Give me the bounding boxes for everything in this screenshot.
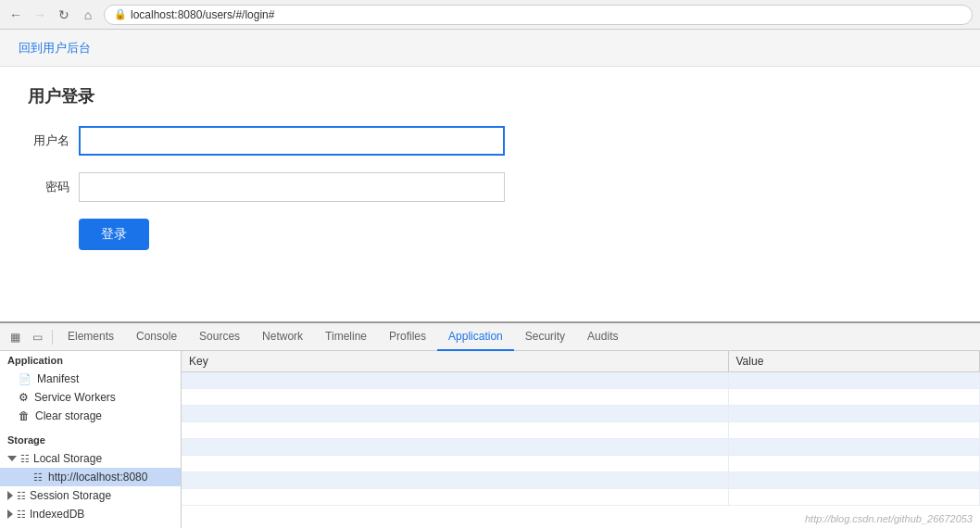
devtools-sidebar: Application 📄 Manifest ⚙ Service Workers…	[0, 351, 182, 528]
refresh-button[interactable]: ↻	[56, 6, 72, 23]
login-title: 用户登录	[28, 85, 952, 107]
storage-table: Key Value	[182, 351, 980, 506]
tab-console[interactable]: Console	[125, 323, 188, 351]
tab-security[interactable]: Security	[514, 323, 576, 351]
localhost-grid-icon: ☷	[33, 471, 43, 484]
page-content: 回到用户后台 用户登录 用户名 密码 登录	[0, 30, 980, 321]
session-storage-grid-icon: ☷	[17, 490, 26, 502]
login-section: 用户登录 用户名 密码 登录	[0, 67, 980, 269]
username-label: 用户名	[28, 132, 69, 149]
table-row	[182, 406, 980, 422]
watermark-text: http://blog.csdn.net/github_26672053	[805, 513, 973, 524]
local-storage-label: Local Storage	[33, 452, 102, 465]
sidebar-item-local-storage[interactable]: ☷ Local Storage	[0, 449, 181, 468]
tab-separator	[52, 330, 53, 345]
col-value-header: Value	[728, 351, 980, 372]
login-button[interactable]: 登录	[79, 219, 149, 250]
username-input[interactable]	[79, 126, 505, 156]
service-workers-label: Service Workers	[34, 391, 116, 404]
col-key-header: Key	[182, 351, 728, 372]
devtools-body: Application 📄 Manifest ⚙ Service Workers…	[0, 351, 980, 528]
table-row	[182, 372, 980, 389]
password-label: 密码	[28, 179, 69, 195]
devtools-tab-bar: ▦ ▭ Elements Console Sources Network Tim…	[0, 323, 980, 351]
indexed-db-grid-icon: ☷	[17, 509, 26, 521]
tab-network[interactable]: Network	[251, 323, 314, 351]
session-storage-label: Session Storage	[30, 489, 111, 502]
sidebar-item-localhost-8080[interactable]: ☷ http://localhost:8080	[0, 468, 181, 486]
clear-storage-label: Clear storage	[35, 409, 102, 422]
table-row	[182, 389, 980, 406]
home-button[interactable]: ⌂	[80, 6, 96, 23]
tab-application[interactable]: Application	[437, 323, 514, 351]
sidebar-item-indexed-db[interactable]: ☷ IndexedDB	[0, 505, 181, 523]
url-text: localhost:8080/users/#/login#	[131, 8, 274, 21]
device-mode-button[interactable]: ▭	[26, 326, 48, 348]
table-row	[182, 472, 980, 489]
tab-profiles[interactable]: Profiles	[378, 323, 437, 351]
browser-chrome: ← → ↻ ⌂ 🔒 localhost:8080/users/#/login#	[0, 0, 980, 30]
devtools-main: Key Value http://blog.csdn.net/github_26…	[182, 351, 980, 528]
inspect-element-button[interactable]: ▦	[4, 326, 26, 348]
service-workers-icon: ⚙	[19, 391, 29, 404]
devtools-panel: ▦ ▭ Elements Console Sources Network Tim…	[0, 321, 980, 528]
username-row: 用户名	[28, 126, 952, 156]
address-bar[interactable]: 🔒 localhost:8080/users/#/login#	[104, 5, 973, 25]
tab-sources[interactable]: Sources	[188, 323, 251, 351]
sidebar-item-manifest[interactable]: 📄 Manifest	[0, 370, 181, 388]
sidebar-item-clear-storage[interactable]: 🗑 Clear storage	[0, 407, 181, 425]
manifest-label: Manifest	[37, 372, 79, 385]
expand-session-storage-icon	[7, 491, 13, 500]
password-row: 密码	[28, 172, 952, 202]
tab-timeline[interactable]: Timeline	[314, 323, 378, 351]
table-row	[182, 489, 980, 506]
expand-local-storage-icon	[7, 456, 17, 461]
sidebar-item-session-storage[interactable]: ☷ Session Storage	[0, 486, 181, 505]
indexed-db-label: IndexedDB	[30, 508, 84, 521]
password-input[interactable]	[79, 172, 505, 202]
table-row	[182, 422, 980, 439]
submit-row: 登录	[28, 219, 952, 250]
forward-button[interactable]: →	[31, 6, 48, 23]
lock-icon: 🔒	[114, 8, 127, 20]
sidebar-item-service-workers[interactable]: ⚙ Service Workers	[0, 388, 181, 407]
storage-section-title: Storage	[0, 431, 181, 449]
table-row	[182, 439, 980, 456]
back-to-dashboard-link[interactable]: 回到用户后台	[19, 40, 91, 57]
expand-indexed-db-icon	[7, 509, 13, 519]
clear-storage-icon: 🗑	[19, 409, 30, 422]
local-storage-grid-icon: ☷	[20, 453, 30, 465]
tab-elements[interactable]: Elements	[57, 323, 125, 351]
tab-audits[interactable]: Audits	[576, 323, 629, 351]
nav-bar: 回到用户后台	[0, 30, 980, 67]
application-section-title: Application	[0, 351, 181, 370]
back-button[interactable]: ←	[7, 6, 24, 23]
table-row	[182, 456, 980, 472]
manifest-icon: 📄	[19, 373, 31, 385]
localhost-label: http://localhost:8080	[48, 471, 147, 484]
